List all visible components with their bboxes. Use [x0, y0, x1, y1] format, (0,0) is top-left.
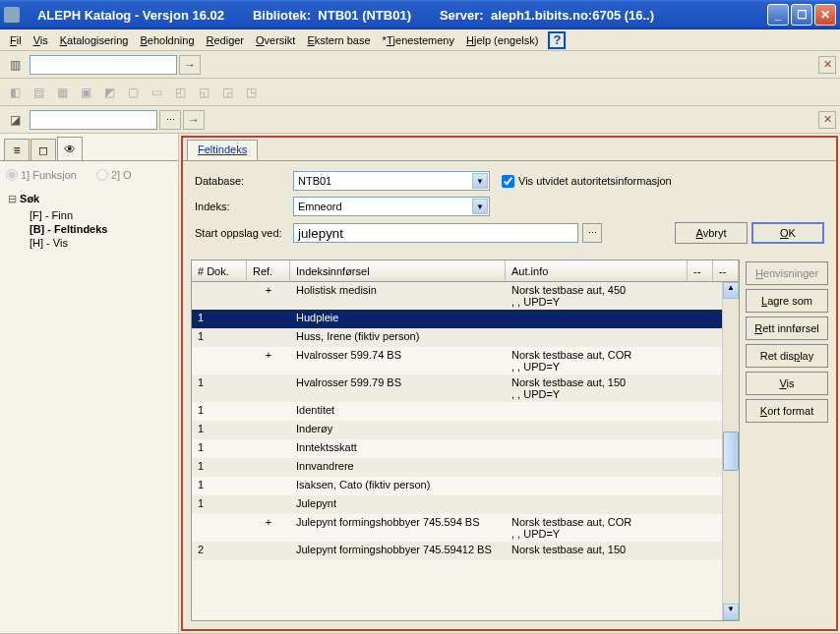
left-tab-binoculars[interactable]: 👁	[57, 137, 83, 160]
btn-rett-innforsel[interactable]: Rett innførsel	[746, 317, 828, 340]
tree-item-vis[interactable]: [H] - Vis	[8, 237, 170, 249]
label-database: Database:	[195, 175, 289, 187]
table-cell: Identitet	[290, 402, 506, 418]
table-cell: Hvalrosser 599.74 BS	[290, 347, 506, 363]
left-tab-1[interactable]: ≡	[4, 139, 30, 160]
table-cell: Hudpleie	[290, 310, 506, 325]
btn-ret-display[interactable]: Ret display	[746, 344, 828, 368]
form-area: Database: NTB01 ▼ Vis utvidet autoritets…	[183, 161, 836, 259]
table-cell	[247, 542, 290, 546]
table-row[interactable]: 1Identitet	[192, 402, 722, 421]
menu-beholdning[interactable]: Beholdning	[134, 32, 200, 48]
tree-item-finn[interactable]: [F] - Finn	[8, 209, 170, 221]
maximize-button[interactable]: ☐	[791, 4, 812, 26]
table-cell: 2	[192, 542, 247, 557]
titlebar: ALEPH Katalog - Versjon 16.02 Bibliotek:…	[0, 0, 840, 29]
radio-funksjon[interactable]: 1] Funksjon	[6, 169, 77, 181]
table-row[interactable]: 1Julepynt	[192, 495, 722, 514]
close-button[interactable]: ✕	[814, 4, 836, 26]
table-cell: Inderøy	[290, 421, 506, 436]
table-row[interactable]: 1Innvandrere	[192, 458, 722, 477]
menu-oversikt[interactable]: Oversikt	[250, 32, 301, 48]
scrollbar[interactable]: ▲ ▼	[722, 282, 739, 620]
btn-kort-format[interactable]: Kort format	[746, 399, 828, 423]
tab-feltindeks[interactable]: Feltindeks	[187, 140, 258, 160]
table-cell	[247, 458, 290, 462]
toolbar3-input[interactable]	[30, 110, 157, 130]
btn-henvisninger[interactable]: Henvisninger	[746, 261, 828, 285]
checkbox-utvidet-aut[interactable]: Vis utvidet autoritetsinformasjon	[502, 175, 672, 188]
table-row[interactable]: 1Inderøy	[192, 421, 722, 439]
table-row[interactable]: 1Huss, Irene (fiktiv person)	[192, 328, 722, 347]
table-cell: +	[247, 282, 290, 298]
menu-fil[interactable]: Fil	[4, 32, 28, 48]
tb2-icon-11: ◳	[240, 82, 262, 103]
col-dash-2[interactable]: --	[713, 260, 739, 281]
cancel-button[interactable]: Avbryt	[675, 222, 748, 244]
tree-item-feltindeks[interactable]: [B] - Feltindeks	[8, 223, 170, 235]
table-cell	[506, 439, 722, 443]
col-dash-1[interactable]: --	[688, 260, 713, 281]
left-tab-2[interactable]: ◻	[30, 139, 56, 160]
table-row[interactable]: +Holistisk medisinNorsk testbase aut, 45…	[192, 282, 722, 310]
table-row[interactable]: +Hvalrosser 599.74 BSNorsk testbase aut,…	[192, 347, 722, 375]
table-row[interactable]: 1Inntektsskatt	[192, 439, 722, 458]
minimize-button[interactable]: _	[767, 4, 789, 26]
table-cell	[506, 421, 722, 425]
tree-root-sok[interactable]: Søk	[8, 193, 170, 205]
scroll-down-icon[interactable]: ▼	[723, 604, 739, 620]
menu-katalogisering[interactable]: Katalogisering	[54, 32, 135, 48]
input-start-oppslag[interactable]	[293, 223, 578, 243]
toolbar1-input[interactable]	[30, 55, 177, 75]
toolbar-2: ◧ ▤ ▦ ▣ ◩ ▢ ▭ ◰ ◱ ◲ ◳	[0, 79, 840, 106]
col-dok[interactable]: # Dok.	[192, 260, 247, 281]
browse-button[interactable]: ⋯	[582, 223, 602, 243]
ok-button[interactable]: OK	[751, 222, 824, 244]
tb2-icon-1: ◧	[4, 82, 26, 103]
main-area: ≡ ◻ 👁 1] Funksjon 2] O Søk [F] - Finn [B…	[0, 134, 840, 633]
table-row[interactable]: 1Hudpleie	[192, 310, 722, 328]
toolbar3-close[interactable]: ✕	[818, 111, 836, 129]
table-row[interactable]: 1Isaksen, Cato (fiktiv person)	[192, 477, 722, 495]
tb2-icon-2: ▤	[28, 82, 49, 103]
scroll-track[interactable]	[723, 299, 739, 604]
table-cell: Holistisk medisin	[290, 282, 506, 298]
table-cell	[192, 347, 247, 351]
col-indeksinnforsel[interactable]: Indeksinnførsel	[290, 260, 506, 281]
table-cell: Inntektsskatt	[290, 439, 506, 455]
toolbar1-close[interactable]: ✕	[818, 56, 836, 74]
tb3-icon-1[interactable]: ◪	[4, 109, 26, 131]
toolbar3-dropdown[interactable]: ⋯	[159, 110, 181, 130]
btn-lagre-som[interactable]: Lagre som	[746, 289, 828, 313]
scroll-thumb[interactable]	[723, 432, 739, 471]
table-body[interactable]: +Holistisk medisinNorsk testbase aut, 45…	[192, 282, 722, 620]
menu-tjenestemeny[interactable]: *Tjenestemeny	[377, 32, 460, 48]
table-cell	[506, 477, 722, 481]
btn-vis[interactable]: Vis	[746, 372, 828, 395]
window-controls: _ ☐ ✕	[767, 4, 836, 26]
catalog-icon[interactable]: ▥	[4, 54, 26, 76]
tb2-icon-6: ▢	[122, 82, 144, 103]
menu-ekstern-base[interactable]: Ekstern base	[301, 32, 376, 48]
menu-vis[interactable]: Vis	[28, 32, 54, 48]
menu-hjelp[interactable]: Hjelp (engelsk)	[460, 32, 544, 48]
radio-o[interactable]: 2] O	[96, 169, 132, 181]
menu-rediger[interactable]: Rediger	[201, 32, 251, 48]
table-row[interactable]: 2Julepynt formingshobbyer 745.59412 BSNo…	[192, 542, 722, 560]
tree-view: Søk [F] - Finn [B] - Feltindeks [H] - Vi…	[0, 189, 178, 255]
table-cell: +	[247, 347, 290, 363]
select-indeks[interactable]: Emneord ▼	[293, 197, 490, 216]
go-button-3[interactable]: →	[183, 110, 205, 130]
table-row[interactable]: +Julepynt formingshobbyer 745.594 BSNors…	[192, 514, 722, 542]
scroll-up-icon[interactable]: ▲	[723, 282, 739, 299]
select-database[interactable]: NTB01 ▼	[293, 171, 490, 191]
table-row[interactable]: 1Hvalrosser 599.79 BSNorsk testbase aut,…	[192, 375, 722, 402]
right-tabs: Feltindeks	[183, 138, 836, 161]
table-cell: 1	[192, 328, 247, 344]
go-button-1[interactable]: →	[179, 55, 201, 75]
help-icon[interactable]: ?	[548, 31, 566, 49]
table-cell: 1	[192, 375, 247, 390]
col-autinfo[interactable]: Aut.info	[506, 260, 688, 281]
toolbar-3: ◪ ⋯ → ✕	[0, 106, 840, 134]
col-ref[interactable]: Ref.	[247, 260, 290, 281]
